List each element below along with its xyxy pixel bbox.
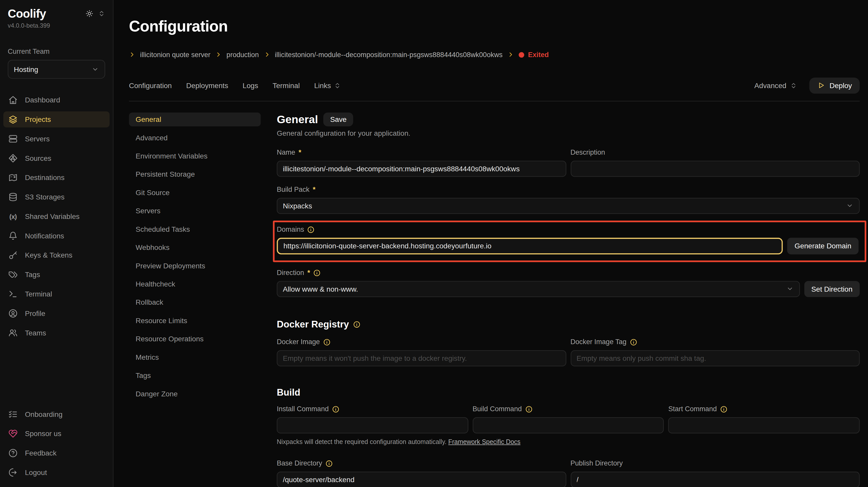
info-icon[interactable] [720,405,727,412]
tab-label: Configuration [129,81,172,89]
sidebar-nav-item[interactable]: Notifications [3,228,110,244]
app-logo: Coolify [8,7,46,21]
start-command-input[interactable] [668,417,860,433]
tab[interactable]: Configuration [129,81,172,89]
subnav-item[interactable]: Resource Operations [129,332,260,345]
start-command-label: Start Command [668,405,717,413]
status-text: Exited [528,51,549,58]
subnav-item[interactable]: Servers [129,204,260,218]
home-icon [8,95,18,105]
sidebar-nav-label: Sources [25,154,51,162]
sidebar-footer-item[interactable]: Sponsor us [3,426,110,442]
sidebar-nav-item[interactable]: (x) Shared Variables [3,208,110,225]
sidebar-nav-item[interactable]: Destinations [3,170,110,185]
install-command-input[interactable] [277,417,468,433]
tab-bar: Configuration Deployments Logs T [129,77,860,101]
info-icon[interactable] [323,338,331,345]
info-icon[interactable] [307,226,315,233]
tab-label: Logs [243,81,258,89]
subnav-item[interactable]: Resource Limits [129,313,260,327]
build-pack-select[interactable]: Nixpacks [277,198,860,214]
info-icon[interactable] [314,269,321,276]
subnav-item[interactable]: Persistent Storage [129,167,260,181]
team-select[interactable]: Hosting [8,60,105,79]
config-subnav: General Advanced Environment Variables P… [129,112,260,487]
sidebar-nav-item[interactable]: Tags [3,266,110,283]
save-button[interactable]: Save [323,112,353,126]
user-circle-icon [8,309,18,318]
info-icon[interactable] [525,405,532,412]
sidebar-nav-label: S3 Storages [25,193,64,201]
page-title: Configuration [129,17,860,36]
sidebar-nav-item[interactable]: Keys & Tokens [3,247,110,263]
tab[interactable]: Logs [243,81,258,89]
set-direction-button[interactable]: Set Direction [804,281,860,297]
sidebar-controls [85,9,105,18]
subnav-item[interactable]: Tags [129,368,260,382]
sidebar-nav-item[interactable]: S3 Storages [3,189,110,205]
sidebar-nav-item[interactable]: Teams [3,325,110,341]
help-circle-icon [8,448,18,458]
sidebar-nav-item[interactable]: Profile [3,306,110,322]
info-icon[interactable] [332,405,339,412]
direction-select[interactable]: Allow www & non-www. [277,281,800,297]
base-directory-input[interactable] [277,471,566,487]
breadcrumb-item[interactable]: illicitestonion/-module--decomposition:m… [275,51,502,58]
build-command-input[interactable] [473,417,664,433]
name-input[interactable] [277,161,566,177]
subnav-item[interactable]: General [129,112,260,126]
sidebar-nav-item[interactable]: Dashboard [3,92,110,108]
version-switcher-icon[interactable] [98,10,105,17]
chevrons-up-down-icon [790,82,797,89]
subnav-item[interactable]: Webhooks [129,240,260,254]
framework-docs-link[interactable]: Framework Specific Docs [448,438,521,445]
sidebar-nav-item[interactable]: Projects [3,111,110,127]
breadcrumb-item[interactable]: illicitonion quote server [140,51,211,58]
subnav-item[interactable]: Preview Deployments [129,259,260,273]
sidebar-nav-item[interactable]: Servers [3,131,110,147]
subnav-item[interactable]: Metrics [129,350,260,364]
direction-label: Direction [277,269,304,277]
tab[interactable]: Terminal [273,81,300,89]
sidebar-footer-item[interactable]: Feedback [3,445,110,461]
sidebar-nav-label: Destinations [25,173,64,181]
sidebar-nav-item[interactable]: Sources [3,150,110,166]
subnav-item[interactable]: Healthcheck [129,277,260,291]
sidebar-nav-label: Shared Variables [25,212,80,221]
tab-label: Links [314,81,331,89]
subnav-item[interactable]: Advanced [129,131,260,144]
advanced-dropdown[interactable]: Advanced [754,81,797,89]
sidebar-footer-item[interactable]: Logout [3,464,110,481]
map-icon [8,173,18,182]
theme-sun-icon[interactable] [85,9,93,18]
info-icon[interactable] [630,338,637,345]
subnav-item[interactable]: Environment Variables [129,149,260,163]
description-input[interactable] [570,161,860,177]
tab[interactable]: Deployments [186,81,228,89]
advanced-label: Advanced [754,81,786,89]
coolify-app: Coolify v4.0.0-beta.399 Current Team Hos… [0,0,868,487]
subnav-item[interactable]: Git Source [129,185,260,199]
breadcrumb-item[interactable]: production [226,51,259,58]
deploy-button[interactable]: Deploy [809,77,860,93]
sidebar-footer-item[interactable]: Onboarding [3,406,110,423]
info-icon[interactable] [353,321,361,328]
subnav-item[interactable]: Rollback [129,295,260,309]
subnav-item[interactable]: Scheduled Tasks [129,222,260,236]
tab-label: Terminal [273,81,300,89]
docker-image-input[interactable] [277,350,566,366]
database-icon [8,192,18,202]
sidebar-nav-item[interactable]: Terminal [3,286,110,302]
sidebar-nav-label: Dashboard [25,96,60,104]
domains-input[interactable] [277,237,783,254]
sidebar-nav-label: Notifications [25,232,64,240]
info-icon[interactable] [326,460,333,467]
generate-domain-button[interactable]: Generate Domain [787,237,859,254]
chevron-right-icon [215,52,221,58]
subnav-item[interactable]: Danger Zone [129,386,260,400]
tags-icon [8,270,18,279]
docker-image-tag-input[interactable] [570,350,860,366]
tab[interactable]: Links [314,81,341,89]
publish-directory-input[interactable] [570,471,860,487]
sidebar-nav-label: Profile [25,309,45,317]
